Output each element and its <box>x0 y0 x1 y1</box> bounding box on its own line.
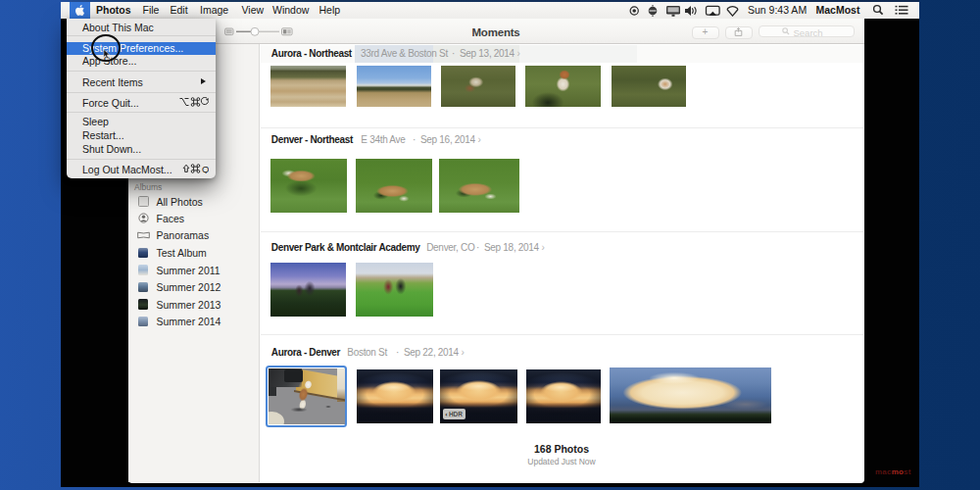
svg-text:Q: Q <box>202 164 209 173</box>
